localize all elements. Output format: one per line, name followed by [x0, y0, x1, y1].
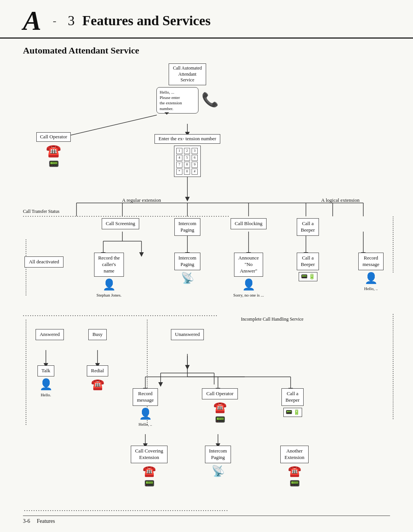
call-automated-label: Call Automated Attendant Service	[169, 63, 206, 85]
another-extension-label: Another Extension	[280, 446, 309, 463]
record-callers-name-node: Record the caller's name 👤 Stephan Jones…	[88, 253, 130, 298]
enter-extension-label: Enter the ex- tension number	[154, 134, 221, 144]
talk-person-icon: 👤	[39, 378, 53, 391]
announce-no-answer-node: Announce "No Answer" 👤 Sorry, no one is …	[228, 253, 270, 298]
operator-phone-icon: ☎️	[46, 143, 61, 159]
dots-bottom: ••••••••••••••••••••••••••••••••••••••••…	[24, 509, 391, 513]
call-operator-top-node: Call Operator ☎️ 📟	[29, 132, 78, 170]
intercom-paging-mid-label: Intercom Paging	[174, 253, 201, 270]
redial-node: Redial ☎️	[80, 365, 115, 391]
top-phone-icon: 📞	[202, 91, 219, 109]
stephan-jones-label: Stephan Jones.	[96, 292, 121, 298]
dots-mid: ••••••••••••••••••••••••••••••••••••••••…	[23, 314, 367, 318]
another-ext-phone-base: 📟	[289, 478, 300, 489]
call-screening-node: Call Screening	[99, 218, 141, 229]
header-dash: -	[53, 15, 56, 27]
intercom-paging-top-node: Intercom Paging	[166, 218, 208, 236]
call-transfer-status-label: Call Transfer Status	[23, 209, 59, 214]
answered-node: Answered	[33, 329, 67, 340]
call-beeper-bot-label: Call a Beeper	[281, 388, 304, 406]
unanswered-label: Unanswered	[171, 329, 204, 340]
page-header: A - 3 Features and Services	[0, 0, 413, 39]
record-person-bot-icon: 👤	[139, 407, 152, 421]
intercom-paging-bot-node: Intercom Paging 📡	[195, 446, 241, 478]
dots-right-2: ••••••••••••••••••••••••••••••••••••••••…	[391, 314, 396, 513]
record-message-top-node: Record message 👤 Hello, ..	[352, 253, 390, 291]
section-title: Automated Attendant Service	[0, 39, 413, 60]
call-beeper-mid-label: Call a Beeper	[297, 253, 319, 270]
record-person-icon: 👤	[364, 271, 378, 285]
page: A - 3 Features and Services Automated At…	[0, 0, 413, 532]
hello-bubble: Hello, ... Please enter the extension nu…	[156, 87, 198, 114]
call-beeper-top-node: Call a Beeper	[291, 218, 325, 236]
beeper-bot-device-icon: 📟 🔋	[283, 408, 302, 417]
dots-top: ••••••••••••••••••••••••••••••••••••••••…	[23, 214, 390, 218]
beeper-device-icon: 📟 🔋	[299, 272, 317, 281]
dots-left-1: •••••••••••••••••••••••••••••	[24, 216, 29, 320]
redial-label: Redial	[87, 365, 108, 376]
call-covering-label: Call Covering Extension	[131, 446, 167, 463]
talk-node: Talk 👤 Hello.	[29, 365, 63, 398]
logical-extension-label: A logical extension	[321, 197, 359, 204]
keypad-icon: 1 2 3 4 5 6 7 8 9 * 0 #	[174, 146, 201, 177]
covering-phone-base: 📟	[144, 478, 154, 489]
talk-label: Talk	[37, 365, 55, 376]
record-callers-name-label: Record the caller's name	[94, 253, 124, 277]
call-automated-service-node: Call Automated Attendant Service Hello, …	[149, 63, 226, 114]
call-operator-bot-label: Call Operator	[202, 388, 237, 399]
record-message-top-label: Record message	[358, 253, 384, 270]
call-blocking-node: Call Blocking	[228, 218, 270, 229]
busy-label: Busy	[88, 329, 107, 340]
covering-phone-icon: ☎️	[143, 464, 156, 478]
call-beeper-mid-node: Call a Beeper 📟 🔋	[289, 253, 327, 281]
call-operator-bot-node: Call Operator ☎️ 📟	[199, 388, 241, 425]
incomplete-label-node: Incomplete Call Handling Service	[241, 316, 304, 322]
operator-bot-phone-icon: ☎️	[213, 401, 227, 414]
record-message-bot-node: Record message 👤 Hello, ..	[126, 388, 164, 427]
call-operator-top-label: Call Operator	[36, 132, 70, 142]
svg-line-2	[67, 115, 157, 136]
dots-left-2: ••••••••••••••••••••••••••••••••••••••••…	[24, 320, 29, 514]
hello-talk-label: Hello.	[41, 392, 51, 397]
page-number: 3-6	[23, 518, 30, 524]
header-letter: A	[23, 7, 41, 34]
call-blocking-label: Call Blocking	[231, 218, 267, 229]
answered-label: Answered	[36, 329, 64, 340]
regular-extension-label: A regular extension	[122, 197, 161, 204]
hello-bot-label: Hello, ..	[138, 422, 152, 427]
call-beeper-bot-node: Call a Beeper 📟 🔋	[272, 388, 314, 417]
call-beeper-top-label: Call a Beeper	[297, 218, 319, 236]
paging-device-icon: 📡	[181, 271, 194, 285]
regular-extension-label-node: A regular extension	[103, 197, 180, 204]
intercom-paging-bot-label: Intercom Paging	[205, 446, 231, 463]
logical-extension-label-node: A logical extension	[314, 197, 367, 204]
operator-phone-base: 📟	[49, 159, 59, 170]
record-message-bot-label: Record message	[133, 388, 158, 406]
intercom-paging-mid-node: Intercom Paging 📡	[166, 253, 208, 285]
another-extension-node: Another Extension ☎️ 📟	[272, 446, 317, 489]
operator-bot-phone-base: 📟	[215, 414, 225, 425]
caller-person-icon: 👤	[102, 278, 116, 292]
unanswered-node: Unanswered	[166, 329, 208, 340]
chapter-number: 3	[68, 13, 75, 29]
enter-extension-node: Enter the ex- tension number 1 2 3 4 5 6…	[149, 134, 226, 177]
dots-right-1: •••••••••••••••••••••••••••••	[391, 216, 396, 320]
call-screening-label: Call Screening	[102, 218, 140, 229]
intercom-paging-top-label: Intercom Paging	[174, 218, 201, 236]
page-footer: 3-6 Features	[23, 516, 390, 524]
busy-node: Busy	[82, 329, 113, 340]
call-covering-node: Call Covering Extension ☎️ 📟	[126, 446, 172, 489]
announce-person-icon: 👤	[242, 278, 255, 292]
announce-no-answer-label: Announce "No Answer"	[234, 253, 263, 277]
hello-dots-label: Hello, ..	[364, 286, 377, 291]
redial-phone-icon: ☎️	[91, 378, 104, 391]
all-deactivated-label: All deactivated	[24, 256, 63, 268]
sorry-no-one-label: Sorry, no one is ...	[233, 292, 264, 298]
paging-bot-device-icon: 📡	[211, 464, 225, 478]
chapter-title: Features and Services	[82, 13, 210, 29]
all-deactivated-node: All deactivated	[23, 256, 65, 268]
footer-label: Features	[37, 518, 55, 524]
another-ext-phone-icon: ☎️	[288, 464, 301, 478]
diagram-area: Call Automated Attendant Service Hello, …	[0, 60, 413, 526]
